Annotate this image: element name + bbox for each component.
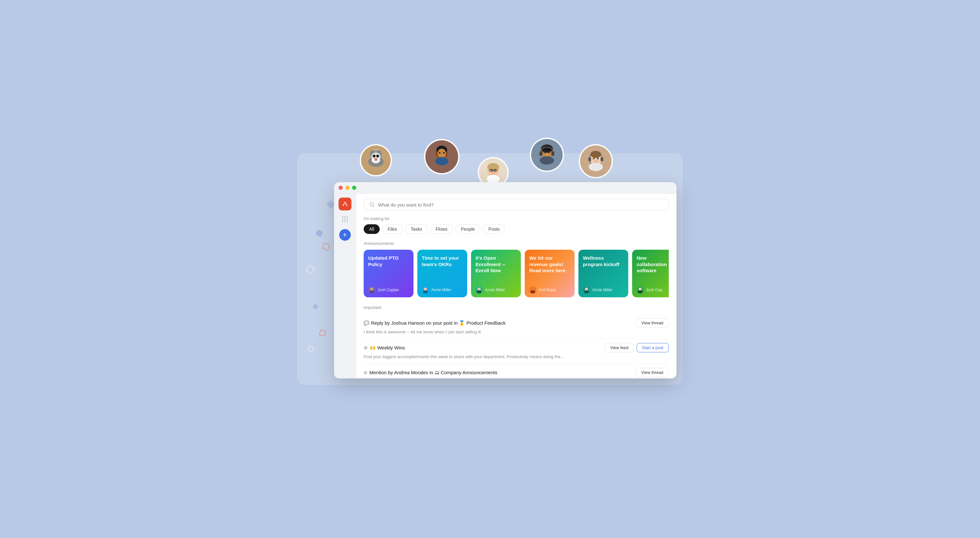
minimize-button[interactable] (345, 186, 350, 190)
card-3-author-name: Annie Miller (485, 288, 505, 292)
dot (342, 216, 344, 217)
search-input[interactable] (378, 202, 663, 208)
add-button[interactable]: + (339, 229, 351, 241)
tab-files[interactable]: Files (382, 224, 403, 234)
avatar-2 (424, 139, 460, 174)
item-3-actions: View thread (636, 368, 669, 377)
announcement-card-5[interactable]: Wellness program kickoff Annie Miller (578, 250, 628, 297)
start-post-button[interactable]: Start a post (636, 343, 669, 352)
card-2-author-name: Annie Miller (431, 288, 452, 292)
card-5-author-name: Annie Miller (592, 288, 612, 292)
announcement-card-4[interactable]: We hit our revenue goals! Read more here… (525, 250, 574, 297)
search-icon (369, 202, 375, 208)
close-button[interactable] (339, 186, 343, 190)
card-5-title: Wellness program kickoff (583, 255, 624, 267)
svg-point-27 (491, 169, 493, 171)
card-2-avatar (422, 286, 429, 294)
svg-point-23 (435, 157, 449, 165)
svg-point-20 (439, 152, 441, 154)
tab-posts[interactable]: Posts (483, 224, 505, 234)
dot (342, 219, 344, 220)
card-6-title: New collaboration software (636, 255, 669, 274)
dot (344, 221, 346, 222)
apps-grid-icon[interactable] (342, 216, 348, 222)
main-window: + I'm looking for All Files Tasks F (334, 182, 676, 378)
card-1-author-name: Josh Caplan (377, 288, 399, 292)
dot (342, 221, 344, 222)
avatar-1 (360, 144, 392, 176)
svg-point-21 (443, 152, 445, 154)
maximize-button[interactable] (352, 186, 356, 190)
item-1-title-text: Reply by Joshua Hanson on your post in 🥇… (371, 320, 506, 326)
card-5-avatar (583, 286, 590, 294)
announcement-card-2[interactable]: Time to set your team's OKRs Annie Mille… (417, 250, 467, 297)
card-6-author-name: Josh Cap... (646, 288, 665, 292)
svg-point-48 (597, 158, 599, 160)
svg-point-40 (545, 155, 548, 156)
important-section: Important 💬 Reply by Joshua Hanson on yo… (364, 305, 669, 378)
deco-shape (322, 242, 330, 251)
announcement-card-3[interactable]: It's Open Enrollment -- Enroll Now Annie… (471, 250, 521, 297)
announcements-section: Announcements Updated PTO Policy Josh Ca… (364, 241, 669, 297)
plus-icon: + (343, 231, 347, 238)
dot (347, 221, 348, 222)
item-1-desc: I think this is awesome -- let me know w… (364, 329, 669, 335)
card-2-title: Time to set your team's OKRs (422, 255, 463, 267)
dot (347, 216, 348, 217)
item-2-title-text: 🙌 Weekly Wins (370, 345, 405, 351)
item-2-title: ⚙ 🙌 Weekly Wins (364, 345, 405, 351)
tab-flows[interactable]: Flows (430, 224, 453, 234)
avatar-4 (530, 138, 564, 172)
item-1-header: 💬 Reply by Joshua Hanson on your post in… (364, 318, 669, 327)
filter-tabs: All Files Tasks Flows People Posts (364, 224, 669, 234)
item-2-header: ⚙ 🙌 Weekly Wins View feed Start a post (364, 343, 669, 352)
tab-all[interactable]: All (364, 224, 380, 234)
view-thread-button-3[interactable]: View thread (636, 368, 669, 377)
view-thread-button-1[interactable]: View thread (636, 318, 669, 327)
gear-icon: ⚙ (364, 345, 368, 350)
svg-point-11 (374, 155, 375, 157)
filter-section: I'm looking for All Files Tasks Flows Pe… (364, 216, 669, 234)
svg-point-19 (438, 148, 446, 158)
tab-tasks[interactable]: Tasks (405, 224, 428, 234)
svg-point-28 (494, 169, 496, 171)
main-content: I'm looking for All Files Tasks Flows Pe… (356, 194, 676, 378)
search-bar[interactable] (364, 199, 669, 211)
item-1-title: 💬 Reply by Joshua Hanson on your post in… (364, 320, 506, 326)
item-2-desc: Post your biggest accomplishments this w… (364, 354, 669, 360)
svg-point-38 (544, 151, 546, 153)
mention-icon: ⊚ (364, 370, 368, 375)
deco-shape (307, 345, 315, 352)
important-item-3: ⊚ Mention by Andrea Morales in 🗂 Company… (364, 364, 669, 378)
title-bar (334, 182, 676, 194)
svg-point-52 (589, 163, 603, 171)
tab-people[interactable]: People (455, 224, 480, 234)
card-1-author-row: Josh Caplan (368, 286, 409, 294)
svg-point-49 (594, 160, 597, 161)
svg-rect-51 (601, 157, 603, 161)
view-feed-button[interactable]: View feed (605, 343, 634, 352)
svg-point-22 (440, 155, 443, 156)
announcements-label: Announcements (364, 241, 669, 246)
announcement-card-1[interactable]: Updated PTO Policy Josh Caplan (364, 250, 414, 297)
card-4-author-row: Anil Rojas (529, 286, 570, 294)
announcements-cards: Updated PTO Policy Josh Caplan Time to s… (364, 250, 669, 297)
item-3-title-text: Mention by Andrea Morales in 🗂 Company A… (369, 370, 497, 375)
card-3-author-row: Annie Miller (476, 286, 516, 294)
svg-rect-42 (551, 152, 554, 156)
important-item-2: ⚙ 🙌 Weekly Wins View feed Start a post P… (364, 339, 669, 364)
app-logo[interactable] (339, 198, 352, 211)
deco-shape (312, 303, 318, 310)
svg-point-39 (548, 151, 550, 153)
card-4-author-name: Anil Rojas (539, 288, 556, 292)
announcement-card-6[interactable]: New collaboration software → Josh Cap... (632, 250, 669, 297)
card-3-avatar (476, 286, 483, 294)
app-background: + I'm looking for All Files Tasks F (297, 153, 683, 385)
dot (344, 216, 346, 217)
card-6-avatar (636, 286, 644, 294)
avatar-5 (579, 144, 613, 178)
svg-rect-50 (589, 157, 591, 161)
svg-point-13 (374, 158, 377, 160)
deco-shape (305, 265, 315, 274)
deco-shape (319, 329, 326, 337)
